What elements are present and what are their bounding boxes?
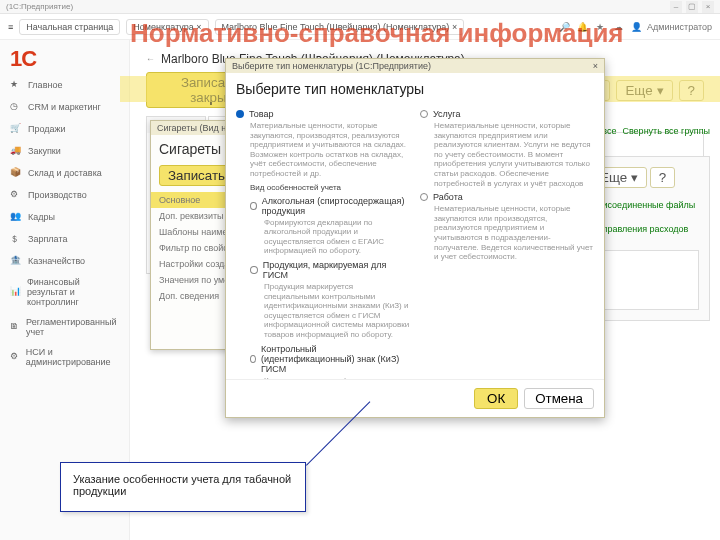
desc-tovar: Материальные ценности, которые закупаютс… [250,121,410,179]
window-min-icon[interactable]: – [670,1,682,13]
radio-rabota[interactable]: Работа [420,192,594,202]
chart-icon: 📊 [10,286,21,298]
window-max-icon[interactable]: ▢ [686,1,698,13]
ok-button[interactable]: ОК [474,388,518,409]
box-icon: 📦 [10,167,22,179]
cloud-icon[interactable]: ☁ [611,20,625,34]
eshe-button[interactable]: Еще ▾ [616,80,672,101]
logo-1c: 1C [10,46,38,68]
sidebar-item-crm[interactable]: ◷CRM и маркетинг [0,96,129,118]
radio-tovar[interactable]: Товар [236,109,410,119]
desc-usluga: Нематериальные ценности, которые закупаю… [434,121,594,188]
sidebar-item-finance[interactable]: 📊Финансовый результат и контроллинг [0,272,129,312]
gear-icon: ⚙ [10,189,22,201]
salary-icon: ＄ [10,233,22,245]
cancel-button[interactable]: Отмена [524,388,594,409]
sidebar-item-main[interactable]: ★Главное [0,74,129,96]
sidebar-item-nsi[interactable]: ⚙НСИ и администрирование [0,342,129,372]
star-icon[interactable]: ★ [593,20,607,34]
gear-icon: ⚙ [10,351,20,363]
home-crumb[interactable]: Начальная страница [19,19,120,35]
type-column-right: Услуга Нематериальные ценности, которые … [420,105,594,373]
crm-icon: ◷ [10,101,22,113]
topbar: ≡ Начальная страница Номенклатура × Marl… [0,14,720,40]
cart-icon: 🛒 [10,123,22,135]
empty-box [591,250,699,310]
bell-icon[interactable]: 🔔 [575,20,589,34]
sidebar-item-warehouse[interactable]: 📦Склад и доставка [0,162,129,184]
sidebar-item-regulated[interactable]: 🗎Регламентированный учет [0,312,129,342]
desc-rabota: Нематериальные ценности, которые закупаю… [434,204,594,262]
user-icon: 👤 [629,20,643,34]
help-side-button[interactable]: ? [650,167,675,188]
sidebar-item-production[interactable]: ⚙Производство [0,184,129,206]
search-icon[interactable]: 🔎 [557,20,571,34]
bank-icon: 🏦 [10,255,22,267]
callout-text: Указание особенности учета для табачной … [73,473,293,497]
link-cost[interactable]: Направления расходов (0) [591,224,699,244]
user-label[interactable]: Администратор [647,22,712,32]
radio-kiz[interactable]: Контрольный (идентификационный) знак (Ки… [250,344,410,374]
crumb-nomenclature[interactable]: Номенклатура × [126,19,208,35]
label-subhead: Вид особенностей учета [250,183,410,192]
sidebar-item-sales[interactable]: 🛒Продажи [0,118,129,140]
truck-icon: 🚚 [10,145,22,157]
type-column-left: Товар Материальные ценности, которые зак… [236,105,410,373]
desc-alco: Формируются декларации по алкогольной пр… [264,218,410,256]
window-close-icon[interactable]: × [702,1,714,13]
sidebar-item-treasury[interactable]: 🏦Казначейство [0,250,129,272]
radio-gism[interactable]: Продукция, маркируемая для ГИСМ [250,260,410,280]
people-icon: 👥 [10,211,22,223]
radio-icon [236,110,244,118]
window-title-label: (1С:Предприятие) [6,2,73,11]
back-arrow-icon[interactable]: ← [146,54,155,64]
modal2-titlebar: Выберите тип номенклатуры (1С:Предприяти… [232,61,431,71]
radio-alco[interactable]: Алкогольная (спиртосодержащая) продукция [250,196,410,216]
modal2-heading: Выберите тип номенклатуры [226,73,604,105]
sidebar-item-purchases[interactable]: 🚚Закупки [0,140,129,162]
callout-box: Указание особенности учета для табачной … [60,462,306,512]
sidebar-item-hr[interactable]: 👥Кадры [0,206,129,228]
modal-select-type: Выберите тип номенклатуры (1С:Предприяти… [225,58,605,418]
modal2-close-icon[interactable]: × [593,61,598,71]
link-collapse-all[interactable]: Свернуть все группы [622,126,710,136]
link-files[interactable]: Присоединенные файлы (0) [591,200,699,220]
sidebar-item-salary[interactable]: ＄Зарплата [0,228,129,250]
radio-usluga[interactable]: Услуга [420,109,594,119]
help-button[interactable]: ? [679,80,704,101]
crumb-current[interactable]: Marlboro Blue Fine Touch (Швейцария) (Но… [215,19,465,35]
os-titlebar: (1С:Предприятие) – ▢ × [0,0,720,14]
hamburger-icon[interactable]: ≡ [8,22,13,32]
doc-icon: 🗎 [10,321,20,333]
star-icon: ★ [10,79,22,91]
desc-gism: Продукция маркируется специальными контр… [264,282,410,340]
